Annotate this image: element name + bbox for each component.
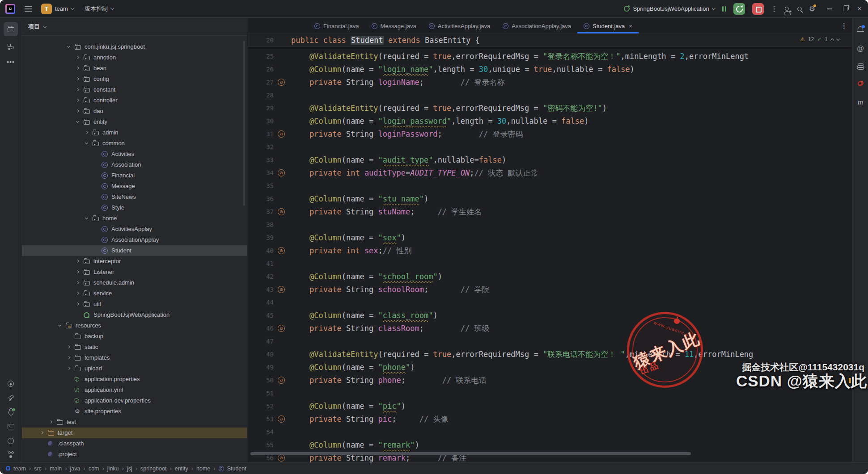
code-line-32[interactable]: 32 xyxy=(248,141,852,154)
tree-item-target[interactable]: target xyxy=(22,428,247,438)
code-line-42[interactable]: 42@Column(name = "school_room") xyxy=(248,270,852,283)
code-line-52[interactable]: 52@Column(name = "pic") xyxy=(248,400,852,413)
tree-item-entity[interactable]: entity xyxy=(22,117,247,127)
inspections-widget[interactable]: ⚠ 12 ✓ 1 xyxy=(800,36,839,42)
tree-item-application.properties[interactable]: application.properties xyxy=(22,374,247,385)
breadcrumb-item-Student[interactable]: Student xyxy=(227,466,246,472)
breadcrumb-item-java[interactable]: java xyxy=(70,466,80,472)
tree-item-.classpath[interactable]: .classpath xyxy=(22,438,247,449)
chevron-collapsed-icon[interactable] xyxy=(76,302,79,306)
settings-button[interactable]: ⚙ xyxy=(809,5,815,13)
terminal-tool-button[interactable] xyxy=(4,419,18,434)
tree-item-test[interactable]: test xyxy=(22,417,247,428)
code-line-37[interactable]: 37aprivate String stuName; // 学生姓名 xyxy=(248,206,852,218)
annotation-gutter-icon[interactable]: a xyxy=(278,169,285,176)
tab-AssociationApplay.java[interactable]: CAssociationApplay.java xyxy=(496,18,577,34)
code-line-40[interactable]: 40aprivate int sex;// 性别 xyxy=(248,244,852,257)
tree-item-application-dev.properties[interactable]: application-dev.properties xyxy=(22,395,247,406)
annotation-gutter-icon[interactable]: a xyxy=(278,325,285,332)
code-line-54[interactable]: 54 xyxy=(248,426,852,439)
tree-item-upload[interactable]: upload xyxy=(22,363,247,374)
rerun-button[interactable] xyxy=(733,3,745,15)
code-line-38[interactable]: 38 xyxy=(248,218,852,231)
breadcrumb-item-springboot[interactable]: springboot xyxy=(140,466,166,472)
breadcrumb-item-entity[interactable]: entity xyxy=(175,466,188,472)
tree-item-service[interactable]: service xyxy=(22,288,247,299)
breadcrumb-item-jinku[interactable]: jinku xyxy=(107,466,119,472)
code-line-43[interactable]: 43aprivate String schoolRoom; // 学院 xyxy=(248,283,852,296)
breadcrumb-item-home[interactable]: home xyxy=(196,466,210,472)
database-tool-button[interactable] xyxy=(852,63,868,65)
code-line-25[interactable]: 25@ValidateEntity(required = true,errorR… xyxy=(248,50,852,63)
more-actions-button[interactable]: ⋮ xyxy=(771,5,778,13)
chevron-expanded-icon[interactable] xyxy=(67,45,70,48)
code-line-27[interactable]: 27aprivate String loginName; // 登录名称 xyxy=(248,76,852,89)
annotation-gutter-icon[interactable]: a xyxy=(278,454,285,461)
tab-Message.java[interactable]: CMessage.java xyxy=(365,18,423,34)
structure-tool-button[interactable] xyxy=(4,40,18,54)
code-line-48[interactable]: 48@ValidateEntity(required = true,errorR… xyxy=(248,348,852,361)
tree-item-resources[interactable]: resources xyxy=(22,320,247,331)
tree-item-home[interactable]: home xyxy=(22,213,247,224)
tree-item-config[interactable]: config xyxy=(22,74,247,84)
tree-item-dao[interactable]: dao xyxy=(22,106,247,117)
tree-item-Financial[interactable]: CFinancial xyxy=(22,170,247,181)
breadcrumb-item-main[interactable]: main xyxy=(50,466,62,472)
tree-item-interceptor[interactable]: interceptor xyxy=(22,256,247,267)
annotation-gutter-icon[interactable]: a xyxy=(278,247,285,254)
annotation-gutter-icon[interactable]: a xyxy=(278,208,285,215)
code-line-55[interactable]: 55@Column(name = "remark") xyxy=(248,439,852,452)
annotation-gutter-icon[interactable]: a xyxy=(278,130,285,138)
sticky-line[interactable]: 20 public class Student extends BaseEnti… xyxy=(248,34,852,47)
chevron-collapsed-icon[interactable] xyxy=(76,56,79,59)
tree-item-annotion[interactable]: annotion xyxy=(22,52,247,63)
tree-item-backup[interactable]: backup xyxy=(22,331,247,342)
maven-tool-button[interactable]: m xyxy=(852,98,868,107)
code-line-46[interactable]: 46aprivate String classRoom; // 班级 xyxy=(248,322,852,335)
chevron-down-icon[interactable] xyxy=(836,37,840,41)
tree-item-SpringBootJsjWebApplication[interactable]: SpringBootJsjWebApplication xyxy=(22,310,247,320)
breadcrumb-item-com[interactable]: com xyxy=(89,466,99,472)
main-menu-button[interactable] xyxy=(21,8,35,9)
code-line-39[interactable]: 39@Column(name = "sex") xyxy=(248,231,852,244)
git-tool-button[interactable] xyxy=(4,447,18,461)
tree-item-com.jinku.jsj.springboot[interactable]: com.jinku.jsj.springboot xyxy=(22,42,247,52)
project-widget[interactable]: T team xyxy=(41,4,74,14)
tree-item-site.properties[interactable]: ⚙site.properties xyxy=(22,406,247,417)
chevron-expanded-icon[interactable] xyxy=(85,141,88,144)
code-line-41[interactable]: 41 xyxy=(248,257,852,270)
chevron-collapsed-icon[interactable] xyxy=(76,281,79,284)
pause-button[interactable] xyxy=(722,6,726,12)
project-tool-button[interactable] xyxy=(4,22,18,36)
spring-tool-button[interactable]: @ xyxy=(852,45,868,52)
chevron-collapsed-icon[interactable] xyxy=(76,67,79,70)
code-line-30[interactable]: 30@Column(name = "login_password",length… xyxy=(248,115,852,128)
tree-item-templates[interactable]: templates xyxy=(22,352,247,363)
project-panel-header[interactable]: 项目 xyxy=(22,18,247,36)
chevron-collapsed-icon[interactable] xyxy=(76,270,79,273)
stop-button[interactable] xyxy=(752,3,764,15)
tree-item-admin[interactable]: admin xyxy=(22,127,247,138)
chevron-collapsed-icon[interactable] xyxy=(76,109,79,113)
restore-button[interactable] xyxy=(843,7,847,11)
chevron-collapsed-icon[interactable] xyxy=(40,431,43,434)
chevron-expanded-icon[interactable] xyxy=(85,216,88,219)
chevron-expanded-icon[interactable] xyxy=(58,323,61,327)
vcs-menu[interactable]: 版本控制 xyxy=(85,5,114,13)
tree-item-SiteNews[interactable]: CSiteNews xyxy=(22,192,247,202)
chevron-collapsed-icon[interactable] xyxy=(76,99,79,102)
chevron-collapsed-icon[interactable] xyxy=(76,260,79,263)
chevron-collapsed-icon[interactable] xyxy=(67,367,70,370)
tab-ActivitiesApplay.java[interactable]: CActivitiesApplay.java xyxy=(423,18,497,34)
code-with-me-button[interactable] xyxy=(785,7,789,11)
more-tools-button[interactable]: ••• xyxy=(4,55,18,69)
annotation-gutter-icon[interactable]: a xyxy=(278,415,285,423)
run-tool-button[interactable] xyxy=(4,377,18,391)
build-tool-button[interactable] xyxy=(4,391,18,405)
problems-tool-button[interactable] xyxy=(4,434,18,448)
tree-item-static[interactable]: static xyxy=(22,342,247,352)
chevron-collapsed-icon[interactable] xyxy=(76,77,79,80)
chevron-collapsed-icon[interactable] xyxy=(49,420,52,424)
code-line-44[interactable]: 44 xyxy=(248,296,852,309)
code-line-29[interactable]: 29@ValidateEntity(required = true,errorR… xyxy=(248,102,852,115)
